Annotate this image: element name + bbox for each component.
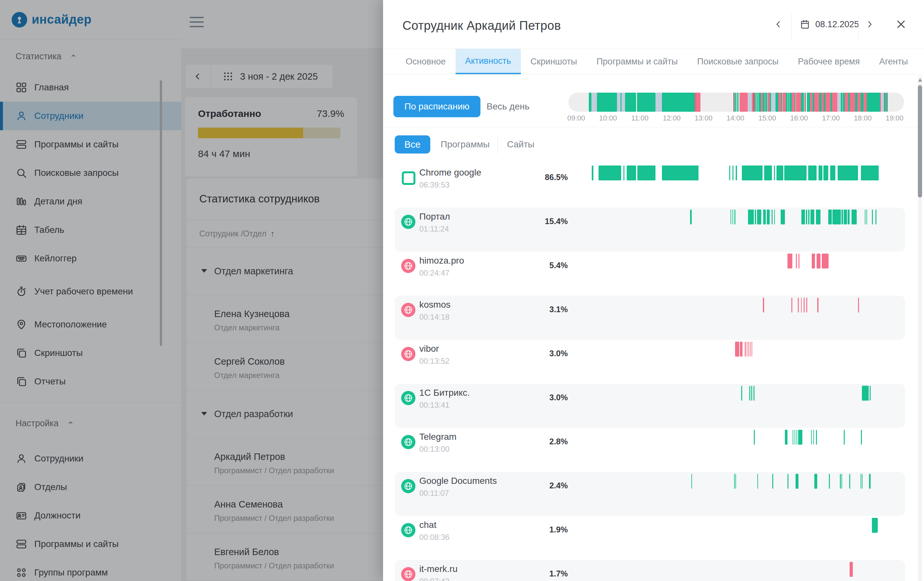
activity-segment xyxy=(754,386,754,401)
filter-all-button[interactable]: Все xyxy=(395,136,430,154)
activity-segment xyxy=(841,93,843,112)
timeline-tick-label: 18:00 xyxy=(854,114,871,122)
app-activity-bars xyxy=(568,253,904,268)
activity-segment xyxy=(793,430,794,445)
activity-segment xyxy=(861,166,879,180)
app-row-bitrix[interactable]: 1С Битрикс.00:13:413.0% xyxy=(395,384,905,428)
app-row-kosmos[interactable]: kosmos00:14:183.1% xyxy=(395,296,905,340)
activity-segment xyxy=(780,210,785,224)
activity-segment xyxy=(829,474,830,489)
activity-segment xyxy=(855,93,857,112)
activity-segment xyxy=(808,210,809,224)
activity-segment xyxy=(801,210,805,224)
drawer-date-button[interactable]: 08.12.2025 xyxy=(800,0,859,49)
activity-segment xyxy=(662,166,698,180)
filter-programs-button[interactable]: Программы xyxy=(441,136,490,154)
tab-search-queries[interactable]: Поисковые запросы xyxy=(688,49,788,74)
tab-screenshots[interactable]: Скриншоты xyxy=(521,49,587,74)
close-drawer-button[interactable] xyxy=(893,0,909,49)
activity-segment xyxy=(796,253,797,268)
chevron-right-icon xyxy=(865,20,874,29)
app-row-vibor[interactable]: vibor00:13:523.0% xyxy=(395,340,905,384)
activity-segment xyxy=(617,93,620,112)
activity-segment xyxy=(763,210,766,224)
app-row-google-documents[interactable]: Google Documents00:11:072.4% xyxy=(395,472,905,516)
activity-segment xyxy=(814,474,817,489)
activity-segment xyxy=(865,210,865,224)
activity-segment xyxy=(774,210,775,224)
activity-segment xyxy=(795,93,795,112)
activity-segment xyxy=(816,430,817,445)
app-percent: 3.0% xyxy=(531,349,568,358)
timeline-tick-label: 16:00 xyxy=(790,114,808,122)
app-row-himoza-pro[interactable]: himoza.pro00:24:475.4% xyxy=(395,252,905,296)
app-row-chat[interactable]: chat00:08:361.9% xyxy=(395,516,905,560)
activity-segment xyxy=(751,386,752,401)
activity-segment xyxy=(795,474,799,489)
activity-segment xyxy=(810,93,813,112)
activity-segment xyxy=(837,93,841,112)
activity-segment xyxy=(754,93,754,112)
prev-day-button[interactable] xyxy=(771,0,785,49)
app-window-icon xyxy=(402,171,416,185)
activity-segment xyxy=(787,253,792,268)
activity-segment xyxy=(845,93,848,112)
activity-segment xyxy=(849,474,850,489)
activity-segment xyxy=(850,562,853,577)
filter-sites-button[interactable]: Сайты xyxy=(507,136,535,154)
tab-agents[interactable]: Агенты xyxy=(870,49,918,74)
activity-segment xyxy=(750,342,751,357)
activity-segment xyxy=(806,298,807,313)
activity-segment xyxy=(810,210,814,224)
activity-segment xyxy=(637,93,655,112)
scroll-up-arrow-icon[interactable] xyxy=(918,78,922,82)
tab-main[interactable]: Основное xyxy=(396,49,455,74)
globe-icon xyxy=(401,215,416,229)
schedule-mode-button[interactable]: По расписанию xyxy=(393,96,480,117)
app-row-telegram[interactable]: Telegram00:13:002.8% xyxy=(395,428,905,472)
activity-segment xyxy=(589,93,591,112)
activity-segment xyxy=(819,93,822,112)
app-row-it-merk-ru[interactable]: it-merk.ru00:07:431.7% xyxy=(395,560,905,581)
activity-segment xyxy=(755,210,756,224)
drawer-scrollbar-thumb[interactable] xyxy=(918,85,922,197)
activity-segment xyxy=(690,210,691,224)
activity-segment xyxy=(870,386,871,401)
activity-segment xyxy=(764,166,772,180)
tab-activity[interactable]: Активность xyxy=(455,49,521,74)
timeline-ticks: 09:0010:0011:0012:0013:0014:0015:0016:00… xyxy=(568,114,904,124)
modal-backdrop[interactable] xyxy=(0,0,383,581)
activity-segment xyxy=(754,430,755,445)
activity-segment xyxy=(735,474,736,489)
activity-segment xyxy=(828,210,832,224)
next-day-button[interactable] xyxy=(863,0,877,49)
globe-icon xyxy=(401,303,416,317)
activity-segment xyxy=(748,342,749,357)
activity-segment xyxy=(807,93,810,112)
activity-segment xyxy=(740,342,742,357)
activity-segment xyxy=(813,430,814,445)
tab-programs-sites[interactable]: Программы и сайты xyxy=(587,49,688,74)
activity-segment xyxy=(765,93,767,112)
all-day-mode-button[interactable]: Весь день xyxy=(487,96,530,117)
globe-icon xyxy=(401,259,416,273)
activity-segment xyxy=(767,93,770,112)
activity-segment xyxy=(763,93,764,112)
app-row-portal[interactable]: Портал01:11:2415.4% xyxy=(395,208,905,252)
activity-segment xyxy=(599,166,621,180)
tab-work-time[interactable]: Рабочее время xyxy=(788,49,870,74)
activity-segment xyxy=(832,93,837,112)
activity-segment xyxy=(625,93,636,112)
app-activity-bars xyxy=(568,342,904,357)
drawer-tabs: ОсновноеАктивностьСкриншотыПрограммы и с… xyxy=(396,49,918,74)
activity-segment xyxy=(798,298,799,313)
screen: инсайдер СтатистикаГлавнаяСотрудникиПрог… xyxy=(0,0,924,581)
activity-segment xyxy=(774,166,775,180)
activity-segment xyxy=(858,298,859,313)
app-activity-bars xyxy=(568,210,904,224)
app-row-chrome-google[interactable]: Chrome google06:39:5386.5% xyxy=(395,164,905,208)
activity-segment xyxy=(691,474,692,489)
activity-segment xyxy=(772,474,773,489)
globe-icon xyxy=(401,435,416,449)
activity-segment xyxy=(763,298,764,313)
